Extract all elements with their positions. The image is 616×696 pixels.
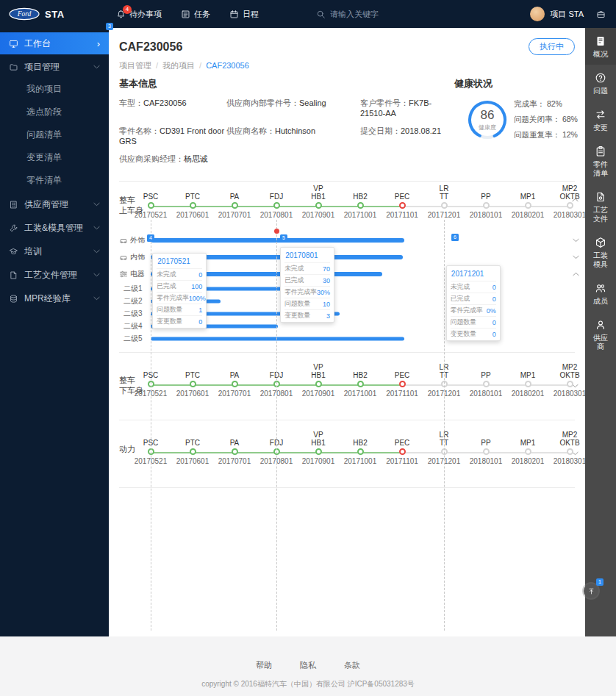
- sidebar-subitem[interactable]: 选点阶段: [0, 101, 109, 123]
- avatar[interactable]: [530, 7, 545, 21]
- milestone[interactable]: HB2 20171001: [340, 360, 381, 398]
- topbar-menu-item[interactable]: 4 待办事项: [116, 9, 162, 20]
- milestone[interactable]: MP2 OKTB 20180301: [549, 182, 585, 219]
- milestone[interactable]: PEC 20171101: [382, 182, 423, 219]
- logo-area[interactable]: Ford STA: [0, 7, 109, 21]
- briefcase-icon[interactable]: [596, 10, 606, 19]
- milestone[interactable]: PTC 20170601: [172, 428, 213, 465]
- chevron-down-icon[interactable]: [573, 238, 579, 243]
- sidebar-subitem[interactable]: 问题清单: [0, 123, 109, 146]
- breadcrumb-item[interactable]: CAF230056: [206, 61, 249, 70]
- milestone-date: 20170801: [256, 211, 297, 219]
- timeline-row-label[interactable]: 外饰: [119, 235, 150, 245]
- footer-link[interactable]: 隐私: [300, 660, 316, 671]
- search-input[interactable]: [330, 10, 426, 18]
- milestone[interactable]: LR TT 20171201: [423, 182, 465, 219]
- milestone[interactable]: HB2 20171001: [340, 428, 381, 465]
- sidebar-subitem[interactable]: 零件清单: [0, 169, 109, 192]
- milestone-date: 20170901: [298, 211, 339, 219]
- milestone[interactable]: MP1 20180201: [507, 360, 548, 398]
- sidebar-group[interactable]: 工装&模具管理: [0, 217, 109, 239]
- topbar-menu-item[interactable]: 任务: [181, 9, 210, 20]
- rightbar-item-1[interactable]: 问题: [585, 65, 616, 101]
- milestone-dot-done: [148, 381, 154, 387]
- topbar-user[interactable]: 项目 STA: [530, 7, 616, 21]
- milestone[interactable]: PA 20170701: [214, 182, 255, 219]
- milestone[interactable]: VP HB1 20170901: [298, 360, 339, 398]
- scroll-top-button[interactable]: 1: [584, 584, 598, 598]
- sidebar-group[interactable]: 供应商管理: [0, 193, 109, 215]
- timeline-row-label[interactable]: 二级1: [123, 284, 143, 294]
- rightbar-item-4[interactable]: 工艺文件: [585, 184, 616, 229]
- milestone[interactable]: FDJ 20170801: [256, 182, 297, 219]
- milestone[interactable]: PEC 20171101: [382, 360, 423, 398]
- milestone[interactable]: PA 20170701: [214, 360, 255, 398]
- chevron-up-icon[interactable]: [573, 272, 579, 276]
- sidebar-group-label: 工艺文件管理: [24, 269, 77, 281]
- milestone[interactable]: PEC 20171101: [382, 428, 423, 465]
- milestone[interactable]: MP2 OKTB 20180301: [549, 428, 585, 465]
- milestone[interactable]: MP2 OKTB 20180301: [549, 360, 585, 398]
- milestone[interactable]: FDJ 20170801: [256, 360, 297, 398]
- timeline-row-label[interactable]: 内饰: [119, 252, 150, 262]
- footer-link[interactable]: 条款: [344, 660, 360, 671]
- topbar-search[interactable]: [316, 10, 426, 19]
- milestone-date: 20170521: [130, 457, 171, 465]
- milestone[interactable]: VP HB1 20170901: [298, 182, 339, 219]
- milestone[interactable]: MP1 20180201: [507, 428, 548, 465]
- milestone[interactable]: PSC 20170521: [130, 360, 171, 398]
- milestone-date: 20170701: [214, 211, 255, 219]
- milestone[interactable]: PTC 20170601: [172, 360, 213, 398]
- sidebar-group[interactable]: 工艺文件管理: [0, 264, 109, 286]
- rightbar-item-3[interactable]: 零件清单: [585, 138, 616, 184]
- timeline-row-label[interactable]: 二级4: [123, 321, 143, 331]
- timeline-row-label[interactable]: 二级3: [123, 309, 143, 319]
- milestone[interactable]: HB2 20171001: [340, 182, 381, 219]
- sidebar-group[interactable]: 项目管理: [0, 56, 109, 78]
- content: CAF230056 执行中 项目管理/我的项目/CAF230056 基本信息 车…: [109, 28, 585, 636]
- timeline-row-label[interactable]: 二级5: [123, 334, 143, 344]
- milestone[interactable]: FDJ 20170801: [256, 428, 297, 465]
- chevron-down-icon[interactable]: [573, 255, 579, 259]
- status-button[interactable]: 执行中: [529, 38, 575, 55]
- file-icon: [9, 270, 18, 280]
- event-marker[interactable]: 6: [451, 234, 459, 241]
- rightbar-item-2[interactable]: 变更: [585, 101, 616, 138]
- chevron-down-icon: [93, 202, 100, 207]
- timeline-row-label[interactable]: 二级2: [123, 296, 143, 306]
- info-field-value: Sealing: [299, 98, 326, 107]
- breadcrumb-item[interactable]: 我的项目: [162, 61, 195, 70]
- rightbar-item-0[interactable]: 概况: [585, 28, 616, 65]
- milestone[interactable]: VP HB1 20170901: [298, 428, 339, 465]
- sidebar: 工作台 › 项目管理 我的项目选点阶段问题清单变更清单零件清单 供应商管理 工装…: [0, 28, 109, 636]
- rightbar-item-6[interactable]: 成员: [585, 275, 616, 312]
- sidebar-group[interactable]: MPR经验库: [0, 287, 109, 309]
- rightbar-item-label: 问题: [592, 87, 609, 96]
- milestone[interactable]: MP1 20180201: [507, 182, 548, 219]
- milestone[interactable]: PA 20170701: [214, 428, 255, 465]
- footer-link[interactable]: 帮助: [256, 660, 272, 671]
- milestone[interactable]: PSC 20170521: [130, 182, 171, 219]
- workbench-corner-badge: 3: [106, 23, 113, 30]
- milestone[interactable]: PP 20180101: [465, 360, 506, 398]
- sidebar-item-workbench[interactable]: 工作台 ›: [0, 32, 109, 54]
- event-marker[interactable]: 4: [147, 234, 154, 242]
- rightbar-item-5[interactable]: 工装模具: [585, 229, 616, 275]
- event-marker[interactable]: 5: [280, 234, 287, 242]
- milestone[interactable]: LR TT 20171201: [423, 428, 465, 465]
- timeline-row-label[interactable]: 电器: [119, 269, 150, 279]
- info-field-value: 杨思诚: [184, 154, 208, 163]
- sidebar-subitem[interactable]: 我的项目: [0, 78, 109, 101]
- milestone[interactable]: LR TT 20171201: [423, 360, 465, 398]
- milestone[interactable]: PP 20180101: [465, 428, 506, 465]
- rightbar-item-7[interactable]: 供应商: [585, 312, 616, 357]
- topbar-menu-item[interactable]: 日程: [229, 9, 259, 20]
- milestone-dot-todo: [525, 448, 531, 455]
- health-metric-label: 问题重复率: [514, 130, 562, 139]
- sidebar-subitem[interactable]: 变更清单: [0, 146, 109, 169]
- milestone[interactable]: PP 20180101: [465, 182, 506, 219]
- milestone[interactable]: PSC 20170521: [130, 428, 171, 465]
- sidebar-group[interactable]: 培训: [0, 240, 109, 262]
- breadcrumb-item[interactable]: 项目管理: [119, 61, 151, 70]
- milestone[interactable]: PTC 20170601: [172, 182, 213, 219]
